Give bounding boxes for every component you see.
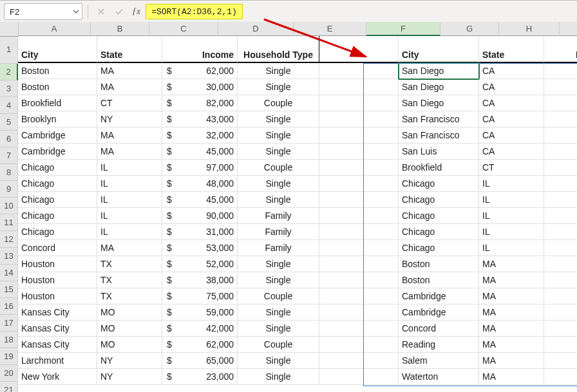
row-header-6[interactable]: 6 xyxy=(0,131,18,147)
cell-city[interactable]: Kansas City xyxy=(18,321,97,337)
cell-type[interactable]: Couple xyxy=(238,288,319,304)
cell-empty[interactable] xyxy=(319,208,399,224)
select-all-corner[interactable] xyxy=(0,22,19,37)
cell-income[interactable]: $82,000 xyxy=(162,95,238,111)
cell-type[interactable]: Single xyxy=(238,256,319,272)
cell-empty[interactable] xyxy=(319,79,399,95)
column-header-C[interactable]: C xyxy=(149,22,218,36)
cell-state[interactable]: MA xyxy=(97,63,162,79)
cell-empty[interactable] xyxy=(319,256,399,272)
cell-type[interactable]: Single xyxy=(238,353,319,369)
cell-grid[interactable]: CityStateIncomeHousehold TypeCityStateIn… xyxy=(18,36,577,392)
cell-city[interactable]: Kansas City xyxy=(18,337,97,353)
cell-city[interactable]: Chicago xyxy=(399,176,479,192)
cell-city[interactable]: Boston xyxy=(18,79,97,95)
cell-city[interactable]: Cambridge xyxy=(18,127,97,144)
cell-state[interactable]: MA xyxy=(479,321,544,337)
cell-state[interactable]: IL xyxy=(479,192,544,208)
row-header-16[interactable]: 16 xyxy=(0,298,18,315)
cell-empty[interactable] xyxy=(319,144,399,160)
cell-empty[interactable] xyxy=(319,369,399,385)
row-header-10[interactable]: 10 xyxy=(0,198,18,214)
cell-city[interactable]: Concord xyxy=(18,240,97,256)
column-header-I[interactable]: I xyxy=(560,22,577,36)
cell-income[interactable]: 85000 xyxy=(544,79,577,95)
cell-income[interactable]: 90000 xyxy=(544,224,577,240)
cell-state[interactable]: CA xyxy=(479,127,544,144)
cell-state[interactable]: IL xyxy=(97,192,162,208)
cell-income[interactable]: $75,000 xyxy=(162,288,238,304)
cell-income[interactable]: $45,000 xyxy=(162,192,238,208)
cell-state[interactable]: IL xyxy=(97,160,162,176)
cell-state[interactable]: NY xyxy=(97,353,162,369)
cell-city[interactable]: San Diego xyxy=(399,95,479,111)
header-state-left[interactable]: State xyxy=(97,36,162,63)
cell-income[interactable]: 82000 xyxy=(544,160,577,176)
cell-city[interactable]: Brookfield xyxy=(399,160,479,176)
cell-empty[interactable] xyxy=(319,176,399,192)
cell-city[interactable]: Houston xyxy=(18,272,97,288)
cell-state[interactable]: TX xyxy=(97,288,162,304)
row-header-11[interactable]: 11 xyxy=(0,214,18,231)
cell-income[interactable]: 48000 xyxy=(544,192,577,208)
cell-income[interactable]: $65,000 xyxy=(162,353,238,369)
cell-type[interactable]: Single xyxy=(238,63,319,79)
cell-income[interactable]: 62000 xyxy=(544,256,577,272)
cell-income[interactable]: 55000 xyxy=(544,63,577,79)
cell-state[interactable]: MA xyxy=(479,369,544,385)
cell-type[interactable]: Single xyxy=(238,272,319,288)
cell-income[interactable]: 75000 xyxy=(544,127,577,144)
cell-type[interactable]: Couple xyxy=(238,337,319,353)
cell-income[interactable]: 30000 xyxy=(544,272,577,288)
row-header-5[interactable]: 5 xyxy=(0,114,18,131)
cell-income[interactable]: 97000 xyxy=(544,176,577,192)
cell-city[interactable]: San Luis xyxy=(399,144,479,160)
cell-city[interactable]: San Francisco xyxy=(399,127,479,144)
row-header-7[interactable]: 7 xyxy=(0,147,18,164)
cell-state[interactable]: CA xyxy=(479,95,544,111)
row-header-18[interactable]: 18 xyxy=(0,331,18,348)
enter-formula-button[interactable] xyxy=(111,4,127,19)
cell-state[interactable]: CT xyxy=(97,95,162,111)
cell-state[interactable]: TX xyxy=(97,272,162,288)
row-header-19[interactable]: 19 xyxy=(0,348,18,365)
cell-city[interactable]: Houston xyxy=(18,256,97,272)
cell-type[interactable]: Single xyxy=(238,192,319,208)
cell-city[interactable]: New York xyxy=(18,369,97,385)
cell-income[interactable]: $53,000 xyxy=(162,240,238,256)
cell-empty[interactable] xyxy=(319,160,399,176)
row-header-17[interactable]: 17 xyxy=(0,315,18,331)
cell-city[interactable]: Houston xyxy=(18,288,97,304)
cell-city[interactable]: San Diego xyxy=(399,63,479,79)
cell-city[interactable]: San Diego xyxy=(399,79,479,95)
cell-empty[interactable] xyxy=(319,127,399,144)
row-header-14[interactable]: 14 xyxy=(0,265,18,281)
cell-city[interactable]: Boston xyxy=(399,272,479,288)
header-income-left[interactable]: Income xyxy=(162,36,238,63)
cell-city[interactable]: Waterton xyxy=(399,369,479,385)
cell-type[interactable]: Single xyxy=(238,176,319,192)
cell-income[interactable]: 32000 xyxy=(544,288,577,304)
cell-state[interactable]: TX xyxy=(97,256,162,272)
row-header-21[interactable]: 21 xyxy=(0,382,18,392)
cell-state[interactable]: CA xyxy=(479,79,544,95)
row-header-3[interactable]: 3 xyxy=(0,80,18,97)
cell-city[interactable]: Chicago xyxy=(399,192,479,208)
cell-state[interactable]: IL xyxy=(479,240,544,256)
row-header-4[interactable]: 4 xyxy=(0,97,18,114)
cell-state[interactable]: MO xyxy=(97,304,162,321)
cell-type[interactable]: Single xyxy=(238,111,319,127)
cell-city[interactable]: Boston xyxy=(399,256,479,272)
cell-state[interactable]: CA xyxy=(479,144,544,160)
cell-city[interactable]: Brooklyn xyxy=(18,111,97,127)
cell-type[interactable]: Single xyxy=(238,127,319,144)
cell-income[interactable]: $62,000 xyxy=(162,337,238,353)
cell-city[interactable]: Chicago xyxy=(399,224,479,240)
cell-empty[interactable] xyxy=(319,240,399,256)
column-header-F[interactable]: F xyxy=(366,22,440,36)
cell-state[interactable]: IL xyxy=(97,176,162,192)
cell-income[interactable]: 93000 xyxy=(544,353,577,369)
column-header-H[interactable]: H xyxy=(499,22,560,36)
cell-state[interactable]: IL xyxy=(479,224,544,240)
header-income-right[interactable]: Income xyxy=(544,36,577,63)
